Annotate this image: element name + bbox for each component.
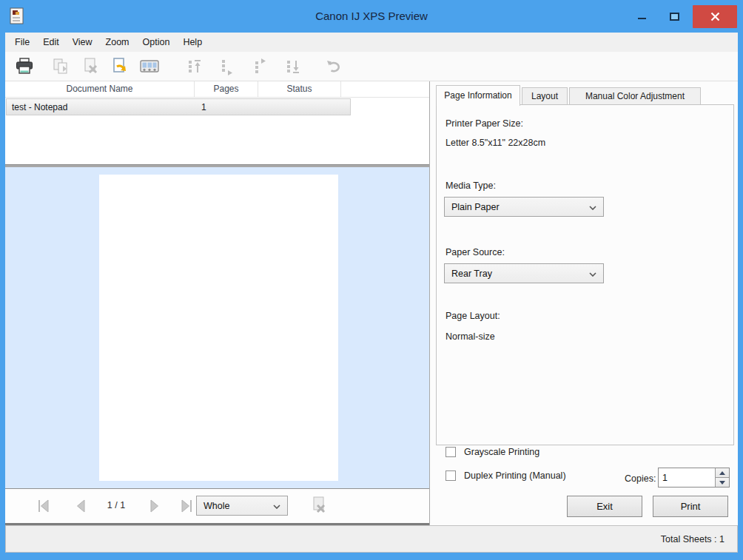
combine-documents-button[interactable] xyxy=(50,55,73,78)
copies-spinner xyxy=(715,468,729,487)
printer-icon xyxy=(14,56,35,77)
column-header-document-name[interactable]: Document Name xyxy=(5,81,195,97)
arrow-up-icon xyxy=(719,471,725,475)
next-page-icon xyxy=(147,498,163,514)
printer-paper-size-value: Letter 8.5"x11" 22x28cm xyxy=(446,138,545,148)
close-icon xyxy=(710,12,720,21)
status-bar: Total Sheets : 1 xyxy=(5,525,738,553)
media-type-select[interactable]: Plain Paper xyxy=(444,197,604,217)
zoom-level-select[interactable]: Whole xyxy=(196,496,288,516)
delete-page-button[interactable] xyxy=(309,495,329,516)
duplex-printing-label: Duplex Printing (Manual) xyxy=(464,470,566,481)
page-layout-label: Page Layout: xyxy=(446,311,500,321)
print-button[interactable]: Print xyxy=(653,496,728,517)
settings-panel: Page Information Layout Manual Color Adj… xyxy=(429,81,738,525)
paper-source-value: Rear Tray xyxy=(451,269,492,279)
tab-layout[interactable]: Layout xyxy=(522,87,568,105)
move-down-icon xyxy=(249,56,270,77)
copies-decrement-button[interactable] xyxy=(716,478,729,487)
paper-source-select[interactable]: Rear Tray xyxy=(444,263,604,283)
minimize-button[interactable] xyxy=(625,0,658,33)
preview-area xyxy=(5,167,429,488)
move-down-button[interactable] xyxy=(249,55,271,78)
maximize-button[interactable] xyxy=(658,0,690,33)
copies-label: Copies: xyxy=(625,473,656,484)
grayscale-printing-label: Grayscale Printing xyxy=(464,447,539,457)
arrow-down-icon xyxy=(719,481,725,485)
save-document-icon xyxy=(110,56,130,77)
preview-page xyxy=(99,175,338,481)
grayscale-printing-row: Grayscale Printing xyxy=(446,447,539,457)
document-row-selected[interactable]: test - Notepad 1 xyxy=(6,98,351,115)
delete-document-icon xyxy=(81,56,101,77)
last-page-icon xyxy=(178,498,195,514)
move-to-top-icon xyxy=(184,56,205,77)
first-page-button[interactable] xyxy=(36,498,52,514)
delete-page-icon xyxy=(309,495,329,516)
exit-button[interactable]: Exit xyxy=(567,496,642,517)
thumbnail-view-button[interactable] xyxy=(138,55,160,78)
move-up-button[interactable] xyxy=(215,55,238,78)
column-header-filler xyxy=(341,81,429,97)
duplex-printing-checkbox[interactable] xyxy=(446,470,456,481)
copies-increment-button[interactable] xyxy=(716,468,729,478)
delete-document-button[interactable] xyxy=(80,55,102,78)
maximize-icon xyxy=(670,13,679,21)
media-type-value: Plain Paper xyxy=(451,202,500,212)
move-to-bottom-icon xyxy=(283,56,303,77)
menu-zoom[interactable]: Zoom xyxy=(99,34,136,50)
move-to-top-button[interactable] xyxy=(184,55,206,78)
menu-option[interactable]: Option xyxy=(136,34,177,50)
menu-help[interactable]: Help xyxy=(176,34,209,50)
titlebar: Canon IJ XPS Preview xyxy=(0,0,743,33)
copies-input[interactable] xyxy=(659,468,715,487)
menu-file[interactable]: File xyxy=(8,34,36,50)
page-layout-value: Normal-size xyxy=(446,331,495,342)
total-sheets-text: Total Sheets : 1 xyxy=(661,534,724,544)
menu-view[interactable]: View xyxy=(66,34,99,50)
tab-page-information[interactable]: Page Information xyxy=(436,85,520,106)
save-document-button[interactable] xyxy=(109,55,131,78)
copies-spinbox xyxy=(658,468,730,488)
undo-icon xyxy=(323,56,344,77)
move-to-bottom-button[interactable] xyxy=(282,55,304,78)
media-type-label: Media Type: xyxy=(446,181,496,191)
zoom-level-value: Whole xyxy=(204,501,229,511)
toolbar xyxy=(5,52,738,81)
document-pages-cell: 1 xyxy=(190,102,254,112)
previous-page-button[interactable] xyxy=(73,498,89,514)
duplex-printing-row: Duplex Printing (Manual) xyxy=(446,470,566,481)
menubar: File Edit View Zoom Option Help xyxy=(5,33,738,52)
menu-edit[interactable]: Edit xyxy=(36,34,66,50)
last-page-button[interactable] xyxy=(178,498,195,514)
chevron-down-icon xyxy=(273,505,280,509)
previous-page-icon xyxy=(73,498,89,514)
chevron-down-icon xyxy=(589,206,596,210)
chevron-down-icon xyxy=(589,272,596,277)
printer-paper-size-label: Printer Paper Size: xyxy=(446,118,523,129)
grayscale-printing-checkbox[interactable] xyxy=(446,447,456,457)
document-list: Document Name Pages Status test - Notepa… xyxy=(5,81,429,164)
column-header-status[interactable]: Status xyxy=(258,81,341,97)
minimize-icon xyxy=(638,18,646,19)
first-page-icon xyxy=(36,498,52,514)
thumbnail-view-icon xyxy=(138,56,161,77)
combine-documents-icon xyxy=(51,56,72,77)
close-button[interactable] xyxy=(693,5,737,28)
print-toolbar-button[interactable] xyxy=(13,55,36,78)
document-name-cell: test - Notepad xyxy=(7,102,190,112)
page-navigation-bar: 1 / 1 Whole xyxy=(5,488,429,525)
paper-source-label: Paper Source: xyxy=(446,247,505,257)
undo-button[interactable] xyxy=(323,55,345,78)
column-header-pages[interactable]: Pages xyxy=(195,81,258,97)
tab-manual-color-adjustment[interactable]: Manual Color Adjustment xyxy=(569,87,701,105)
document-list-header: Document Name Pages Status xyxy=(5,81,429,98)
app-window: Canon IJ XPS Preview File Edit View Zoom… xyxy=(0,0,743,560)
next-page-button[interactable] xyxy=(147,498,163,514)
page-information-tabpage: Printer Paper Size: Letter 8.5"x11" 22x2… xyxy=(436,104,734,445)
move-up-icon xyxy=(216,56,237,77)
page-indicator: 1 / 1 xyxy=(94,500,138,510)
